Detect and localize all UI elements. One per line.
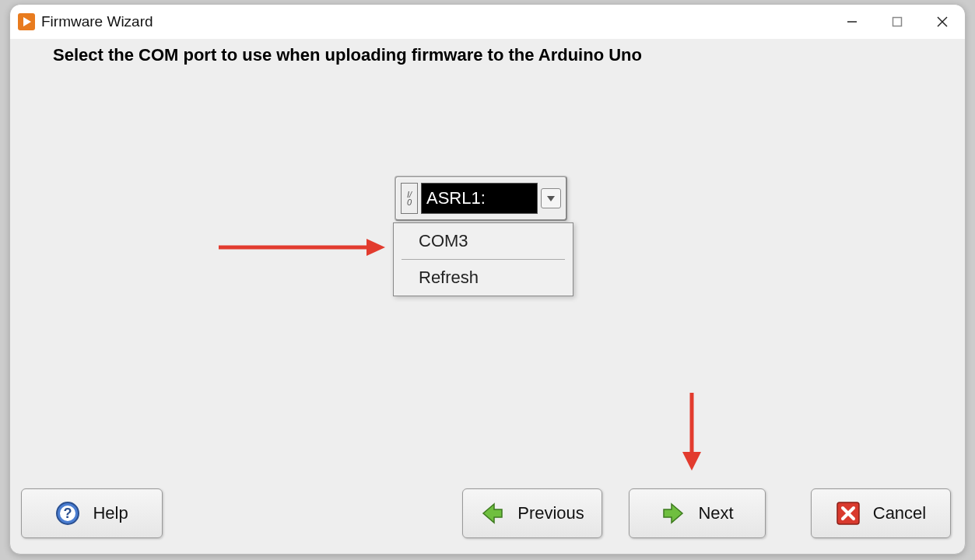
port-combo-wrap: I/0 ASRL1: <box>395 176 567 221</box>
svg-marker-8 <box>367 239 385 256</box>
wizard-content: Select the COM port to use when uploadin… <box>10 39 965 554</box>
next-button-label: Next <box>698 503 733 523</box>
window-controls <box>829 5 965 39</box>
cancel-icon <box>836 501 861 526</box>
annotation-arrow-down <box>681 393 703 471</box>
titlebar: Firmware Wizard <box>10 5 965 39</box>
window-title: Firmware Wizard <box>41 13 153 30</box>
svg-marker-6 <box>547 196 555 201</box>
svg-marker-10 <box>682 452 701 471</box>
previous-button[interactable]: Previous <box>462 488 602 538</box>
cancel-button[interactable]: Cancel <box>811 488 951 538</box>
arrow-right-icon <box>661 501 686 526</box>
maximize-icon <box>892 16 903 27</box>
svg-marker-15 <box>664 504 682 523</box>
next-button[interactable]: Next <box>629 488 766 538</box>
close-button[interactable] <box>920 5 965 39</box>
chevron-down-icon <box>546 194 556 203</box>
arrow-left-icon <box>480 501 505 526</box>
port-combo[interactable]: I/0 ASRL1: <box>395 176 567 221</box>
port-combo-dropdown-button[interactable] <box>541 188 561 208</box>
port-combo-value: ASRL1: <box>421 183 538 214</box>
help-icon: ? <box>55 501 80 526</box>
svg-text:?: ? <box>64 506 72 521</box>
help-button[interactable]: ? Help <box>21 488 163 538</box>
app-icon <box>18 13 35 30</box>
minimize-icon <box>847 16 858 27</box>
close-icon <box>937 16 948 27</box>
minimize-button[interactable] <box>829 5 875 39</box>
svg-rect-3 <box>893 18 902 26</box>
io-icon: I/0 <box>401 183 418 214</box>
previous-button-label: Previous <box>517 503 584 523</box>
port-dropdown: COM3 Refresh <box>393 222 573 296</box>
wizard-footer: ? Help Previous Next <box>10 488 965 540</box>
firmware-wizard-window: Firmware Wizard Select the COM port to u… <box>9 4 966 555</box>
dropdown-item-com3[interactable]: COM3 <box>394 223 573 259</box>
help-button-label: Help <box>93 503 128 523</box>
dropdown-item-refresh[interactable]: Refresh <box>394 260 573 296</box>
instruction-text: Select the COM port to use when uploadin… <box>53 45 642 65</box>
svg-marker-14 <box>483 504 502 523</box>
annotation-arrow-right <box>219 239 385 256</box>
maximize-button[interactable] <box>875 5 920 39</box>
cancel-button-label: Cancel <box>873 503 926 523</box>
